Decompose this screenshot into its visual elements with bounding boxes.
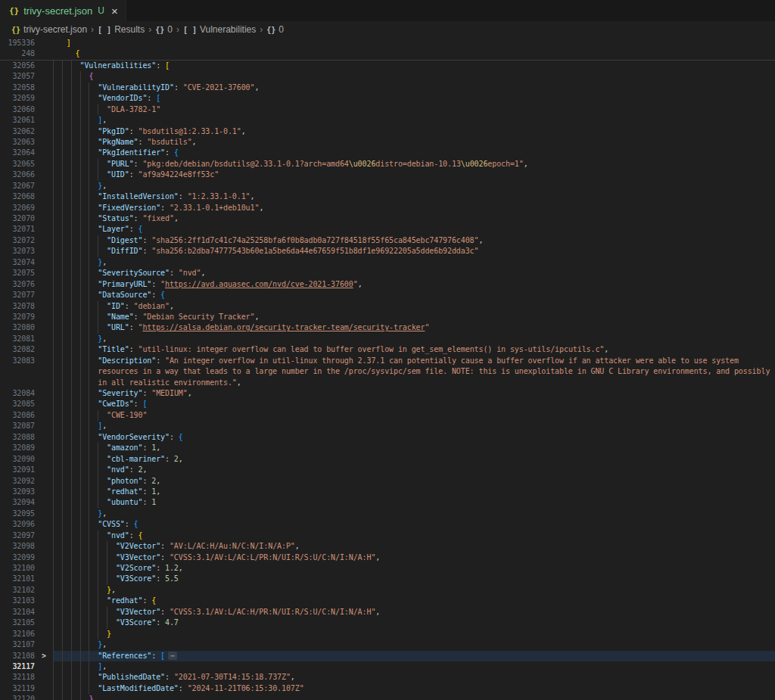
code-line[interactable]: 32101 "V3Score": 5.5 [0, 574, 775, 584]
line-number[interactable]: 248 [0, 48, 35, 59]
line-number[interactable]: 32108 [0, 651, 35, 661]
code-line[interactable]: 32081 }, [0, 334, 775, 344]
line-number[interactable]: 32069 [0, 203, 35, 213]
breadcrumb-item[interactable]: {}0 [266, 24, 284, 35]
line-number[interactable]: 32080 [0, 322, 35, 333]
line-number[interactable]: 32087 [0, 421, 35, 431]
code-line[interactable]: 32117 ], [0, 661, 775, 672]
code-line[interactable]: 32093 "redhat": 1, [0, 487, 775, 497]
code-line[interactable]: 32082 "Title": "util-linux: integer over… [0, 344, 775, 355]
line-number[interactable]: 32095 [0, 509, 35, 519]
code-line[interactable]: 32097 "nvd": { [0, 530, 775, 541]
code-line[interactable]: 32071 "Layer": { [0, 224, 775, 235]
code-line[interactable]: 32057 { [0, 71, 775, 82]
line-number[interactable]: 32066 [0, 170, 35, 180]
line-number[interactable]: 32073 [0, 246, 35, 257]
code-line[interactable]: 32120 }, [0, 694, 775, 700]
code-line[interactable]: 32095 }, [0, 509, 775, 519]
close-icon[interactable]: × [111, 5, 118, 17]
line-number[interactable]: 195336 [0, 38, 35, 48]
code-line[interactable]: 32103 "redhat": { [0, 596, 775, 606]
breadcrumb-item[interactable]: [ ]Results [98, 24, 145, 35]
line-number[interactable]: 32093 [0, 487, 35, 497]
line-number[interactable]: 32106 [0, 629, 35, 639]
code-line[interactable]: 32080 "URL": "https://salsa.debian.org/s… [0, 322, 775, 333]
line-number[interactable]: 32081 [0, 334, 35, 344]
line-number[interactable]: 32119 [0, 683, 35, 694]
line-number[interactable]: 32060 [0, 104, 35, 115]
line-number[interactable]: 32088 [0, 432, 35, 443]
line-number[interactable]: 32096 [0, 519, 35, 530]
code-line[interactable]: 32099 "V3Vector": "CVSS:3.1/AV:L/AC:L/PR… [0, 552, 775, 563]
code-line[interactable]: 32088 "VendorSeverity": { [0, 432, 775, 443]
code-line[interactable]: 32090 "cbl-mariner": 2, [0, 454, 775, 465]
line-number[interactable]: 32074 [0, 257, 35, 268]
folded-ellipsis[interactable]: ⋯ [168, 652, 177, 660]
line-number[interactable]: 32078 [0, 301, 35, 312]
line-number[interactable]: 32071 [0, 224, 35, 235]
code-line[interactable]: 32087 ], [0, 421, 775, 431]
code-line[interactable]: 32075 "SeveritySource": "nvd", [0, 268, 775, 278]
line-number[interactable]: 32107 [0, 639, 35, 650]
line-number[interactable]: 32090 [0, 454, 35, 465]
code-line[interactable]: 32085 "CweIDs": [ [0, 399, 775, 409]
code-line[interactable]: 32089 "amazon": 1, [0, 443, 775, 453]
line-number[interactable]: 32120 [0, 694, 35, 700]
line-number[interactable]: 32117 [0, 661, 35, 672]
line-number[interactable]: 32065 [0, 159, 35, 170]
line-number[interactable]: 32091 [0, 465, 35, 475]
link[interactable]: https://salsa.debian.org/security-tracke… [142, 323, 425, 331]
line-number[interactable]: 32097 [0, 530, 35, 541]
code-line[interactable]: 32086 "CWE-190" [0, 410, 775, 421]
code-line[interactable]: 32100 "V2Score": 1.2, [0, 563, 775, 574]
code-line[interactable]: 32107 }, [0, 639, 775, 650]
line-number[interactable]: 32070 [0, 213, 35, 224]
code-line[interactable]: 32083 "Description": "An integer overflo… [0, 356, 775, 366]
line-number[interactable]: 32075 [0, 268, 35, 278]
code-line[interactable]: 32078 "ID": "debian", [0, 301, 775, 312]
line-number[interactable]: 32062 [0, 126, 35, 137]
tab-trivy-secret-json[interactable]: {} trivy-secret.json U × [0, 0, 126, 21]
line-number[interactable]: 32079 [0, 312, 35, 322]
breadcrumb-item[interactable]: {}trivy-secret.json [11, 24, 87, 35]
code-line[interactable]: 32058 "VulnerabilityID": "CVE-2021-37600… [0, 82, 775, 93]
line-number[interactable]: 32085 [0, 399, 35, 409]
line-number[interactable]: 32076 [0, 279, 35, 290]
line-number[interactable]: 32086 [0, 410, 35, 421]
code-line[interactable]: 32108> "References": [⋯ [0, 651, 775, 661]
code-line[interactable]: 32105 "V3Score": 4.7 [0, 618, 775, 628]
code-line[interactable]: 32076 "PrimaryURL": "https://avd.aquasec… [0, 279, 775, 290]
code-line[interactable]: 195336 ] [0, 38, 775, 48]
code-line[interactable]: 32092 "photon": 2, [0, 476, 775, 487]
code-line[interactable]: 32077 "DataSource": { [0, 290, 775, 300]
line-number[interactable]: 32102 [0, 585, 35, 596]
line-number[interactable]: 32058 [0, 82, 35, 93]
code-line[interactable]: 32059 "VendorIDs": [ [0, 93, 775, 104]
line-number[interactable]: 32072 [0, 235, 35, 246]
code-line[interactable]: 32084 "Severity": "MEDIUM", [0, 388, 775, 399]
line-number[interactable]: 32118 [0, 672, 35, 683]
code-line[interactable]: 32066 "UID": "af9a94224e8ff53c" [0, 170, 775, 180]
line-number[interactable]: 32092 [0, 476, 35, 487]
line-number[interactable]: 32056 [0, 61, 35, 71]
code-line[interactable]: 32096 "CVSS": { [0, 519, 775, 530]
link[interactable]: https://avd.aquasec.com/nvd/cve-2021-376… [165, 280, 353, 288]
code-line[interactable]: 32067 }, [0, 181, 775, 191]
code-line[interactable]: 32062 "PkgID": "bsdutils@1:2.33.1-0.1", [0, 126, 775, 137]
code-line[interactable]: 32091 "nvd": 2, [0, 465, 775, 475]
code-line[interactable]: 32104 "V3Vector": "CVSS:3.1/AV:L/AC:H/PR… [0, 607, 775, 618]
line-number[interactable]: 32059 [0, 93, 35, 104]
fold-chevron-icon[interactable]: > [35, 651, 53, 661]
line-number[interactable]: 32098 [0, 541, 35, 552]
code-line[interactable]: 32060 "DLA-3782-1" [0, 104, 775, 115]
code-line[interactable]: 248 { [0, 48, 775, 59]
line-number[interactable] [0, 378, 35, 388]
code-line[interactable]: 32102 }, [0, 585, 775, 596]
line-number[interactable]: 32064 [0, 148, 35, 158]
line-number[interactable]: 32089 [0, 443, 35, 453]
line-number[interactable]: 32067 [0, 181, 35, 191]
line-number[interactable] [0, 366, 35, 377]
code-line[interactable]: 32079 "Name": "Debian Security Tracker", [0, 312, 775, 322]
line-number[interactable]: 32103 [0, 596, 35, 606]
breadcrumb-item[interactable]: {}0 [155, 24, 173, 35]
